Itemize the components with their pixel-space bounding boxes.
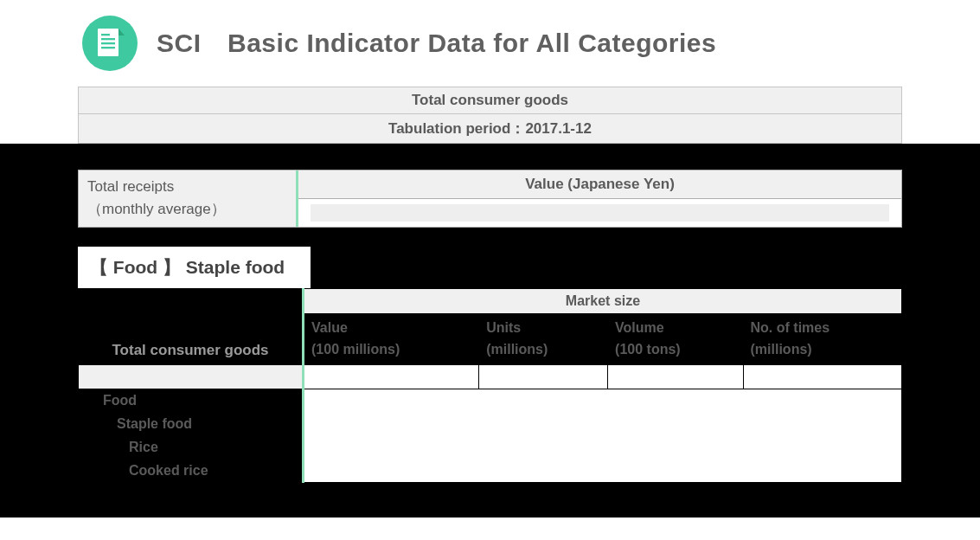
info-row-period: Tabulation period：2017.1-12 bbox=[78, 114, 902, 144]
info-band: Total consumer goods Tabulation period：2… bbox=[78, 87, 902, 144]
data-cell bbox=[304, 364, 479, 389]
data-overlay bbox=[304, 389, 902, 482]
content-area: Total receipts （monthly average） Value (… bbox=[0, 144, 980, 518]
page-header: SCI Basic Indicator Data for All Categor… bbox=[0, 0, 980, 87]
table-row: Food bbox=[79, 389, 902, 412]
section-tab: 【 Food 】 Staple food bbox=[78, 247, 311, 288]
receipts-value-header: Value (Japanese Yen) bbox=[298, 170, 901, 199]
col-times: No. of times (millions) bbox=[743, 314, 901, 365]
receipts-value-bar bbox=[311, 204, 889, 222]
svg-rect-3 bbox=[101, 38, 115, 40]
market-size-header: Market size bbox=[304, 289, 902, 314]
market-table: Total consumer goods Market size Value (… bbox=[78, 288, 902, 483]
data-cell bbox=[743, 364, 901, 389]
col-volume: Volume (100 tons) bbox=[608, 314, 743, 365]
receipts-title: Total receipts bbox=[87, 176, 296, 198]
row-label: Food bbox=[79, 389, 304, 412]
receipts-right: Value (Japanese Yen) bbox=[298, 170, 901, 227]
receipts-value-body bbox=[298, 199, 901, 227]
col-value: Value (100 millions) bbox=[304, 314, 479, 365]
category-column-header: Total consumer goods bbox=[79, 289, 304, 365]
page-title: SCI Basic Indicator Data for All Categor… bbox=[157, 26, 716, 61]
receipts-subtitle: （monthly average） bbox=[87, 198, 296, 221]
document-icon bbox=[82, 16, 138, 71]
row-label: Staple food bbox=[79, 412, 304, 435]
data-cell bbox=[479, 364, 608, 389]
svg-marker-1 bbox=[118, 29, 125, 35]
svg-rect-4 bbox=[101, 42, 115, 44]
col-units: Units (millions) bbox=[479, 314, 608, 365]
receipts-left: Total receipts （monthly average） bbox=[78, 170, 298, 227]
data-cell bbox=[608, 364, 743, 389]
svg-rect-5 bbox=[101, 47, 115, 48]
svg-rect-2 bbox=[101, 34, 110, 35]
info-row-category: Total consumer goods bbox=[78, 87, 902, 114]
row-total-consumer-goods bbox=[79, 364, 304, 389]
market-table-wrap: Total consumer goods Market size Value (… bbox=[78, 288, 902, 483]
row-label: Cooked rice bbox=[79, 459, 304, 482]
table-row bbox=[79, 364, 902, 389]
row-label: Rice bbox=[79, 435, 304, 459]
receipts-box: Total receipts （monthly average） Value (… bbox=[78, 170, 902, 228]
